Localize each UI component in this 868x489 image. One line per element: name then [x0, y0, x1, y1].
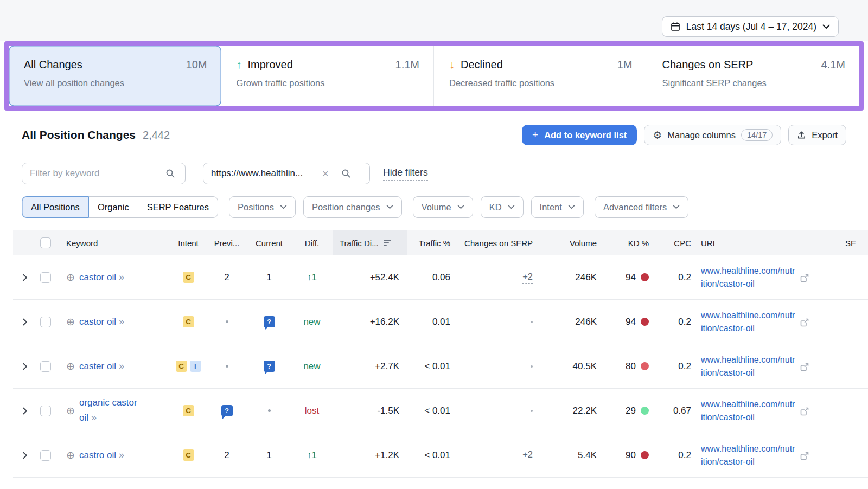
- intent-badge: C: [183, 449, 194, 461]
- column-header-kd[interactable]: KD %: [604, 230, 656, 255]
- url-link[interactable]: www.healthline.com/nutrition/castor-oil: [701, 398, 796, 423]
- url-link[interactable]: www.healthline.com/nutrition/castor-oil: [701, 353, 796, 378]
- add-keyword-icon[interactable]: ⊕: [66, 317, 75, 327]
- add-to-keyword-list-button[interactable]: + Add to keyword list: [522, 125, 637, 145]
- column-header-se[interactable]: SE: [833, 230, 868, 255]
- cpc: 0.2: [678, 272, 691, 283]
- expand-row-icon[interactable]: [22, 452, 28, 459]
- column-header-traffic-diff[interactable]: Traffic Di...: [333, 230, 407, 255]
- row-checkbox[interactable]: [40, 450, 51, 461]
- tab-subtitle: View all position changes: [24, 78, 207, 88]
- segment-all-positions[interactable]: All Positions: [22, 196, 89, 218]
- column-header-diff[interactable]: Diff.: [291, 230, 333, 255]
- tab-improved[interactable]: ↑ Improved 1.1M Grown traffic positions: [221, 46, 434, 106]
- external-link-icon[interactable]: [800, 318, 809, 327]
- add-keyword-icon[interactable]: ⊕: [66, 272, 75, 282]
- row-checkbox[interactable]: [40, 361, 51, 372]
- intent-dropdown[interactable]: Intent: [531, 196, 584, 218]
- url-link[interactable]: www.healthline.com/nutrition/castor-oil: [701, 265, 796, 289]
- url-link[interactable]: www.healthline.com/nutrition/castor-oil: [701, 309, 796, 334]
- kd-indicator-dot: [641, 362, 649, 370]
- manage-columns-button[interactable]: ⚙ Manage columns 14/17: [644, 125, 781, 145]
- add-keyword-icon[interactable]: ⊕: [66, 450, 75, 460]
- row-checkbox[interactable]: [40, 272, 51, 283]
- keyword-link[interactable]: castro oil: [79, 450, 116, 460]
- clear-url-icon[interactable]: ×: [317, 168, 334, 180]
- tab-all-changes[interactable]: All Changes 10M View all position change…: [9, 46, 221, 106]
- column-header-url[interactable]: URL: [698, 230, 833, 255]
- previous-position: 2: [224, 450, 229, 461]
- tab-declined[interactable]: ↓ Declined 1M Decreased traffic position…: [433, 46, 647, 106]
- traffic-pct: < 0.01: [424, 361, 450, 372]
- serp-feature-question-icon[interactable]: ?: [221, 405, 233, 416]
- current-position: 1: [266, 450, 271, 461]
- export-button[interactable]: Export: [788, 125, 846, 145]
- open-keyword-icon[interactable]: »: [91, 412, 97, 423]
- chevron-down-icon: [280, 205, 287, 209]
- keyword-link[interactable]: organic castor oil: [79, 397, 137, 422]
- intent-badge: C: [176, 361, 187, 372]
- expand-row-icon[interactable]: [22, 318, 28, 326]
- keyword-link[interactable]: castor oil: [79, 272, 116, 282]
- add-keyword-icon[interactable]: ⊕: [66, 406, 75, 416]
- kd-dropdown[interactable]: KD: [481, 196, 524, 218]
- select-all-checkbox[interactable]: [40, 237, 51, 248]
- serp-feature-question-icon[interactable]: ?: [264, 316, 275, 327]
- keyword-link[interactable]: castor oil: [79, 317, 116, 327]
- url-search-button[interactable]: [334, 163, 358, 184]
- tab-subtitle: Significant SERP changes: [662, 78, 846, 88]
- date-range-selector[interactable]: Last 14 days (Jul 4 – 17, 2024): [662, 16, 839, 37]
- position-changes-table: Keyword Intent Previ... Current Diff. Tr…: [13, 230, 868, 478]
- keyword-filter-field: [22, 163, 186, 184]
- url-filter-input[interactable]: [203, 168, 317, 179]
- position-changes-dropdown[interactable]: Position changes: [303, 196, 402, 218]
- tab-subtitle: Decreased traffic positions: [449, 78, 633, 88]
- serp-feature-question-icon[interactable]: ?: [264, 361, 275, 372]
- volume-dropdown[interactable]: Volume: [413, 196, 473, 218]
- table-row: ⊕ caster oil» C I ? new +2.7K < 0.01 40.…: [13, 344, 868, 389]
- open-keyword-icon[interactable]: »: [119, 272, 124, 282]
- hide-filters-link[interactable]: Hide filters: [383, 167, 428, 181]
- segment-serp-features[interactable]: SERP Features: [138, 196, 218, 218]
- expand-row-icon[interactable]: [22, 363, 28, 370]
- row-checkbox[interactable]: [40, 317, 51, 327]
- url-link[interactable]: www.healthline.com/nutrition/castor-oil: [701, 442, 796, 467]
- keyword-link[interactable]: caster oil: [79, 361, 116, 371]
- column-header-previous[interactable]: Previ...: [206, 230, 247, 255]
- column-header-cpc[interactable]: CPC: [656, 230, 698, 255]
- top-bar: Last 14 days (Jul 4 – 17, 2024): [0, 0, 868, 41]
- open-keyword-icon[interactable]: »: [119, 449, 124, 460]
- table-row: ⊕ organic castor oil» C ? lost -1.5K < 0…: [13, 389, 868, 433]
- segment-organic[interactable]: Organic: [89, 196, 138, 218]
- table-row: ⊕ castor oil» C 2 1 ↑1 +52.4K 0.06 +2 24…: [13, 255, 868, 300]
- serp-changes-link[interactable]: +2: [522, 272, 533, 284]
- column-header-traffic-pct[interactable]: Traffic %: [407, 230, 456, 255]
- volume: 40.5K: [573, 361, 597, 372]
- intent-badge: C: [183, 316, 194, 327]
- kd-indicator-dot: [641, 407, 649, 415]
- column-header-volume[interactable]: Volume: [548, 230, 604, 255]
- tab-changes-on-serp[interactable]: Changes on SERP 4.1M Significant SERP ch…: [647, 46, 860, 106]
- keyword-filter-input[interactable]: [22, 168, 158, 179]
- annotation-highlight-box: All Changes 10M View all position change…: [4, 41, 864, 111]
- column-header-current[interactable]: Current: [247, 230, 291, 255]
- advanced-filters-dropdown[interactable]: Advanced filters: [595, 196, 688, 218]
- open-keyword-icon[interactable]: »: [119, 316, 124, 327]
- cpc: 0.2: [678, 317, 691, 327]
- positions-dropdown[interactable]: Positions: [229, 196, 296, 218]
- open-keyword-icon[interactable]: »: [119, 361, 124, 371]
- expand-row-icon[interactable]: [22, 274, 28, 281]
- keyword-search-button[interactable]: [158, 163, 182, 184]
- column-header-intent[interactable]: Intent: [170, 230, 206, 255]
- external-link-icon[interactable]: [800, 274, 809, 282]
- add-keyword-icon[interactable]: ⊕: [66, 361, 75, 371]
- column-header-serp-changes[interactable]: Changes on SERP: [456, 230, 548, 255]
- external-link-icon[interactable]: [800, 452, 809, 460]
- position-diff: new: [303, 317, 320, 327]
- external-link-icon[interactable]: [800, 363, 809, 371]
- serp-changes-link[interactable]: +2: [522, 449, 533, 461]
- column-header-keyword[interactable]: Keyword: [62, 230, 170, 255]
- expand-row-icon[interactable]: [22, 407, 28, 415]
- row-checkbox[interactable]: [40, 406, 51, 416]
- external-link-icon[interactable]: [800, 407, 809, 416]
